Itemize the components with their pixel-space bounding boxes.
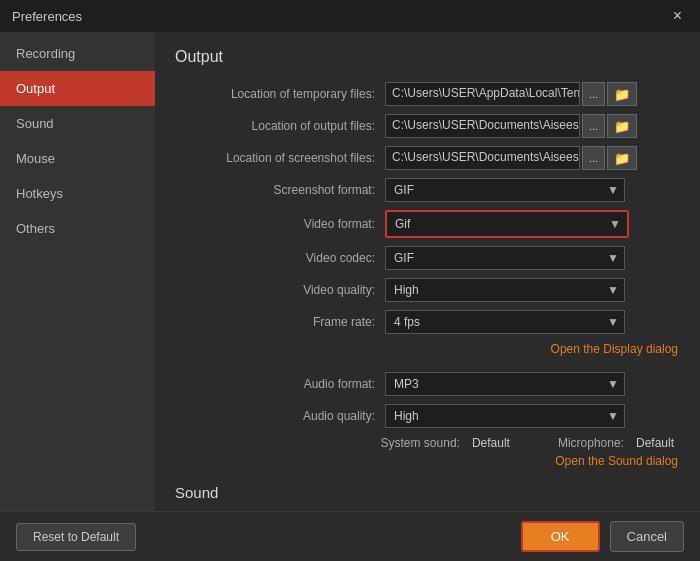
output-files-row: Location of output files: C:\Users\USER\… xyxy=(175,114,680,138)
display-dialog-link[interactable]: Open the Display dialog xyxy=(551,342,678,356)
audio-quality-dropdown-wrap: High Medium Low ▼ xyxy=(385,404,625,428)
system-sound-status-value: Default xyxy=(472,436,510,450)
frame-rate-label: Frame rate: xyxy=(175,315,385,329)
sound-status-row: System sound: Default Microphone: Defaul… xyxy=(175,436,680,450)
screenshot-files-row: Location of screenshot files: C:\Users\U… xyxy=(175,146,680,170)
sidebar-item-mouse[interactable]: Mouse xyxy=(0,141,155,176)
title-bar: Preferences × xyxy=(0,0,700,32)
temp-files-label: Location of temporary files: xyxy=(175,87,385,101)
video-codec-dropdown[interactable]: GIF H.264 H.265 MPEG-4 xyxy=(385,246,625,270)
audio-format-dropdown-wrap: MP3 AAC FLAC OGG WAV ▼ xyxy=(385,372,625,396)
screenshot-files-path[interactable]: C:\Users\USER\Documents\Aiseesc xyxy=(385,146,580,170)
audio-format-controls: MP3 AAC FLAC OGG WAV ▼ xyxy=(385,372,680,396)
sound-dialog-link-row: Open the Sound dialog xyxy=(175,454,680,468)
audio-quality-label: Audio quality: xyxy=(175,409,385,423)
temp-files-path[interactable]: C:\Users\USER\AppData\Local\Ten xyxy=(385,82,580,106)
frame-rate-row: Frame rate: 4 fps 10 fps 15 fps 20 fps 2… xyxy=(175,310,680,334)
video-quality-dropdown-wrap: High Medium Low ▼ xyxy=(385,278,625,302)
sound-section-title: Sound xyxy=(175,484,680,501)
output-files-dots-button[interactable]: ... xyxy=(582,114,605,138)
sidebar-item-hotkeys[interactable]: Hotkeys xyxy=(0,176,155,211)
audio-quality-controls: High Medium Low ▼ xyxy=(385,404,680,428)
screenshot-format-label: Screenshot format: xyxy=(175,183,385,197)
bottom-right-buttons: OK Cancel xyxy=(521,521,684,552)
screenshot-format-dropdown[interactable]: GIF PNG JPG BMP xyxy=(385,178,625,202)
screenshot-files-dots-button[interactable]: ... xyxy=(582,146,605,170)
cancel-button[interactable]: Cancel xyxy=(610,521,684,552)
main-content: Recording Output Sound Mouse Hotkeys Oth… xyxy=(0,32,700,511)
close-button[interactable]: × xyxy=(667,6,688,26)
ok-button[interactable]: OK xyxy=(521,521,600,552)
section-title: Output xyxy=(175,48,680,66)
screenshot-format-controls: GIF PNG JPG BMP ▼ xyxy=(385,178,680,202)
reset-button[interactable]: Reset to Default xyxy=(16,523,136,551)
audio-quality-row: Audio quality: High Medium Low ▼ xyxy=(175,404,680,428)
frame-rate-dropdown-wrap: 4 fps 10 fps 15 fps 20 fps 25 fps 30 fps… xyxy=(385,310,625,334)
screenshot-format-row: Screenshot format: GIF PNG JPG BMP ▼ xyxy=(175,178,680,202)
video-format-controls: Gif MP4 AVI MOV FLV TS MKV WMV ▼ xyxy=(385,210,680,238)
sidebar: Recording Output Sound Mouse Hotkeys Oth… xyxy=(0,32,155,511)
video-format-row: Video format: Gif MP4 AVI MOV FLV TS MKV… xyxy=(175,210,680,238)
microphone-status-label: Microphone: xyxy=(558,436,624,450)
output-files-path[interactable]: C:\Users\USER\Documents\Aiseesc xyxy=(385,114,580,138)
sound-dialog-link[interactable]: Open the Sound dialog xyxy=(555,454,678,468)
audio-quality-dropdown[interactable]: High Medium Low xyxy=(385,404,625,428)
system-sound-status-label: System sound: xyxy=(381,436,460,450)
video-quality-row: Video quality: High Medium Low ▼ xyxy=(175,278,680,302)
audio-format-dropdown[interactable]: MP3 AAC FLAC OGG WAV xyxy=(385,372,625,396)
video-quality-label: Video quality: xyxy=(175,283,385,297)
temp-files-dots-button[interactable]: ... xyxy=(582,82,605,106)
temp-files-row: Location of temporary files: C:\Users\US… xyxy=(175,82,680,106)
video-quality-controls: High Medium Low ▼ xyxy=(385,278,680,302)
sidebar-item-sound[interactable]: Sound xyxy=(0,106,155,141)
video-format-dropdown[interactable]: Gif MP4 AVI MOV FLV TS MKV WMV xyxy=(387,212,627,236)
sidebar-item-recording[interactable]: Recording xyxy=(0,36,155,71)
screenshot-files-label: Location of screenshot files: xyxy=(175,151,385,165)
screenshot-files-folder-button[interactable]: 📁 xyxy=(607,146,637,170)
output-files-label: Location of output files: xyxy=(175,119,385,133)
audio-format-label: Audio format: xyxy=(175,377,385,391)
microphone-status-value: Default xyxy=(636,436,674,450)
video-format-label: Video format: xyxy=(175,217,385,231)
video-codec-dropdown-wrap: GIF H.264 H.265 MPEG-4 ▼ xyxy=(385,246,625,270)
temp-files-controls: C:\Users\USER\AppData\Local\Ten ... 📁 xyxy=(385,82,680,106)
bottom-bar: Reset to Default OK Cancel xyxy=(0,511,700,561)
window-title: Preferences xyxy=(12,9,82,24)
screenshot-format-dropdown-wrap: GIF PNG JPG BMP ▼ xyxy=(385,178,625,202)
display-dialog-link-row: Open the Display dialog xyxy=(175,342,680,356)
preferences-window: Preferences × Recording Output Sound Mou… xyxy=(0,0,700,561)
output-files-controls: C:\Users\USER\Documents\Aiseesc ... 📁 xyxy=(385,114,680,138)
video-format-dropdown-wrap: Gif MP4 AVI MOV FLV TS MKV WMV ▼ xyxy=(385,210,629,238)
screenshot-files-controls: C:\Users\USER\Documents\Aiseesc ... 📁 xyxy=(385,146,680,170)
audio-format-row: Audio format: MP3 AAC FLAC OGG WAV ▼ xyxy=(175,372,680,396)
temp-files-folder-button[interactable]: 📁 xyxy=(607,82,637,106)
video-codec-controls: GIF H.264 H.265 MPEG-4 ▼ xyxy=(385,246,680,270)
video-codec-label: Video codec: xyxy=(175,251,385,265)
sidebar-item-others[interactable]: Others xyxy=(0,211,155,246)
sidebar-item-output[interactable]: Output xyxy=(0,71,155,106)
frame-rate-dropdown[interactable]: 4 fps 10 fps 15 fps 20 fps 25 fps 30 fps xyxy=(385,310,625,334)
video-quality-dropdown[interactable]: High Medium Low xyxy=(385,278,625,302)
video-codec-row: Video codec: GIF H.264 H.265 MPEG-4 ▼ xyxy=(175,246,680,270)
frame-rate-controls: 4 fps 10 fps 15 fps 20 fps 25 fps 30 fps… xyxy=(385,310,680,334)
output-files-folder-button[interactable]: 📁 xyxy=(607,114,637,138)
content-area: Output Location of temporary files: C:\U… xyxy=(155,32,700,511)
